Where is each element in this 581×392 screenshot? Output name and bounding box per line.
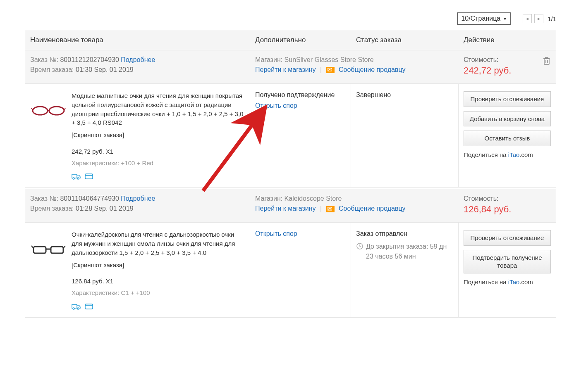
status-main: Заказ отправлен (356, 230, 453, 238)
order-store: Магазин: SunSliver Glasses Store Store П… (250, 50, 459, 83)
cost-label: Стоимость: (464, 195, 511, 202)
go-store-link[interactable]: Перейти к магазину (255, 66, 316, 73)
snapshot-link[interactable]: [Скриншот заказа] (72, 261, 245, 270)
chevron-down-icon: ▼ (503, 17, 507, 21)
store-label: Магазин: (255, 56, 285, 63)
price-qty: 242,72 руб. X1 (72, 147, 245, 156)
order-body: Модные магнитные очки для чтения Для жен… (25, 84, 556, 187)
col-extra: Дополнительно (250, 30, 351, 50)
product-title[interactable]: Модные магнитные очки для чтения Для жен… (72, 91, 245, 127)
track-button[interactable]: Проверить отслеживание (464, 230, 551, 246)
order-meta: Заказ №: 8001121202704930 Подробнее Врем… (25, 50, 250, 83)
product-title[interactable]: Очки-калейдоскопы для чтения с дальнозор… (72, 230, 245, 257)
go-store-link[interactable]: Перейти к магазину (255, 205, 316, 212)
trash-icon[interactable] (543, 56, 551, 67)
order-cost: Стоимость: 126,84 руб. (459, 189, 556, 222)
status-cell: Завершено (351, 84, 459, 187)
col-status: Статус заказа (351, 30, 459, 50)
extra-cell: Получено подтверждение Открыть спор (250, 84, 351, 187)
order-more-link[interactable]: Подробнее (121, 56, 155, 63)
product-cell: Модные магнитные очки для чтения Для жен… (25, 84, 250, 187)
pager-next-button[interactable]: ▸ (534, 14, 543, 23)
order-header: Заказ №: 8001121202704930 Подробнее Врем… (25, 50, 556, 84)
order-id: 8001121202704930 (60, 56, 119, 63)
snapshot-link[interactable]: [Скриншот заказа] (72, 131, 245, 140)
store-label: Магазин: (255, 195, 285, 202)
product-thumb[interactable] (30, 99, 67, 123)
truck-icon (72, 303, 81, 310)
product-cell: Очки-калейдоскопы для чтения с дальнозор… (25, 223, 250, 317)
table-header: Наименование товара Дополнительно Статус… (25, 30, 556, 50)
confirm-button[interactable]: Подтвердить получение товара (464, 250, 551, 273)
shipping-icons (72, 303, 245, 310)
status-main: Завершено (356, 91, 453, 99)
open-dispute-link[interactable]: Открыть спор (255, 230, 346, 238)
svg-point-1 (33, 107, 48, 115)
order-time: 01:30 Sep. 01 2019 (76, 66, 134, 73)
store-name: SunSliver Glasses Store Store (285, 56, 374, 63)
order-no-label: Заказ №: (30, 56, 60, 63)
order-time-label: Время заказа: (30, 205, 76, 212)
pager-label: 1/1 (548, 15, 556, 22)
status-countdown: До закрытия заказа: 59 дн 23 часов 56 ми… (356, 242, 453, 261)
per-page-label: 10/Страница (461, 15, 500, 22)
order-no-label: Заказ №: (30, 195, 60, 202)
card-icon (85, 173, 93, 180)
separator: | (320, 205, 322, 212)
order-id: 8001104064774930 (60, 195, 119, 202)
status-cell: Заказ отправлен До закрытия заказа: 59 д… (351, 223, 459, 317)
svg-point-5 (77, 178, 79, 179)
add-cart-button[interactable]: Добавить в корзину снова (464, 111, 551, 127)
extra-line: Получено подтверждение (255, 91, 346, 99)
store-name: Kaleidoscope Store (285, 195, 342, 202)
svg-rect-14 (85, 304, 93, 309)
order-more-link[interactable]: Подробнее (121, 195, 155, 202)
svg-point-4 (73, 178, 74, 179)
col-action: Действие (459, 30, 556, 50)
order-store: Магазин: Kaleidoscope Store Перейти к ма… (250, 189, 459, 222)
cost-value: 242,72 руб. (464, 65, 511, 76)
cost-label: Стоимость: (464, 56, 511, 64)
order-block: Заказ №: 8001121202704930 Подробнее Врем… (25, 50, 556, 188)
characteristics: Характеристики: C1 + +100 (72, 288, 245, 297)
svg-point-2 (49, 107, 64, 115)
separator: | (320, 66, 322, 73)
actions-cell: Проверить отслеживание Добавить в корзин… (459, 84, 556, 187)
topbar: 10/Страница ▼ ◂ ▸ 1/1 (25, 8, 556, 30)
svg-point-13 (77, 308, 79, 309)
extra-cell: Открыть спор (250, 223, 351, 317)
pager-prev-button[interactable]: ◂ (523, 14, 532, 23)
review-button[interactable]: Оставить отзыв (464, 131, 551, 146)
cost-value: 126,84 руб. (464, 204, 511, 215)
svg-rect-6 (85, 174, 93, 179)
per-page-select[interactable]: 10/Страница ▼ (457, 12, 511, 25)
characteristics: Характеристики: +100 + Red (72, 159, 245, 168)
card-icon (85, 303, 93, 310)
shipping-icons (72, 173, 245, 180)
order-time: 01:28 Sep. 01 2019 (76, 205, 134, 212)
open-dispute-link[interactable]: Открыть спор (255, 102, 346, 109)
product-thumb[interactable] (30, 238, 67, 261)
order-header: Заказ №: 8001104064774930 Подробнее Врем… (25, 189, 556, 223)
svg-rect-0 (544, 59, 549, 64)
track-button[interactable]: Проверить отслеживание (464, 91, 551, 107)
mail-icon (326, 67, 335, 73)
mail-icon (326, 206, 335, 212)
msg-seller-link[interactable]: Сообщение продавцу (339, 205, 406, 212)
order-time-label: Время заказа: (30, 66, 76, 73)
share-link[interactable]: Поделиться на iTao.com (464, 278, 551, 285)
share-link[interactable]: Поделиться на iTao.com (464, 151, 551, 158)
order-body: Очки-калейдоскопы для чтения с дальнозор… (25, 223, 556, 317)
svg-rect-3 (72, 174, 77, 178)
svg-rect-11 (72, 304, 77, 308)
col-name: Наименование товара (25, 30, 250, 50)
svg-rect-10 (51, 247, 63, 253)
msg-seller-link[interactable]: Сообщение продавцу (339, 66, 406, 73)
price-qty: 126,84 руб. X1 (72, 277, 245, 286)
clock-icon (356, 242, 363, 253)
pager: ◂ ▸ 1/1 (523, 14, 556, 23)
actions-cell: Проверить отслеживание Подтвердить получ… (459, 223, 556, 317)
svg-point-12 (73, 308, 74, 309)
order-meta: Заказ №: 8001104064774930 Подробнее Врем… (25, 189, 250, 222)
order-cost: Стоимость: 242,72 руб. (459, 50, 556, 83)
